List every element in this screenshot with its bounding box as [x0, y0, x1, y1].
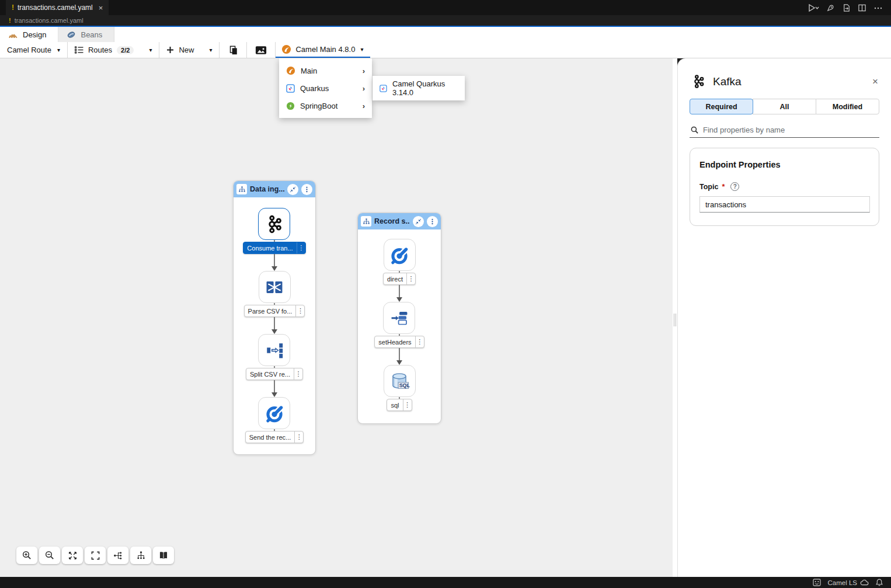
marshal-icon: [264, 277, 284, 297]
runtime-selector-toggle[interactable]: Camel Main 4.8.0 ▾: [276, 42, 370, 58]
breadcrumb[interactable]: ! transactions.camel.yaml: [0, 15, 891, 26]
collapse-group-icon[interactable]: [287, 184, 298, 195]
tab-beans-label: Beans: [81, 30, 102, 39]
node-split[interactable]: [258, 334, 290, 366]
breadcrumb-filename: transactions.camel.yaml: [15, 17, 83, 24]
tab-design[interactable]: Design: [0, 27, 58, 42]
direct-icon: [388, 244, 410, 266]
quarkus-icon: [380, 84, 387, 93]
step-label-direct[interactable]: direct ⋮: [383, 273, 416, 285]
step-kebab-icon[interactable]: ⋮: [295, 305, 304, 316]
layout-vertical-button[interactable]: [130, 547, 151, 564]
split-editor-icon[interactable]: [858, 4, 866, 12]
menu-item-label: Quarkus: [300, 84, 329, 93]
export-image-button[interactable]: [247, 42, 276, 58]
step-kebab-icon[interactable]: ⋮: [294, 368, 302, 380]
topic-label: Topic: [699, 183, 718, 191]
property-search-input[interactable]: [703, 126, 878, 134]
zoom-out-button[interactable]: [39, 547, 60, 564]
fit-to-screen-icon: [68, 551, 77, 560]
new-dropdown-toggle[interactable]: ▾: [201, 42, 220, 58]
node-direct-send[interactable]: [258, 397, 290, 429]
step-label-parse[interactable]: Parse CSV fo... ⋮: [244, 305, 305, 317]
more-actions-icon[interactable]: [873, 4, 883, 12]
new-route-button[interactable]: New: [159, 42, 201, 58]
collapse-group-icon[interactable]: [413, 216, 424, 227]
node-direct[interactable]: [384, 239, 416, 271]
runtime-menu-item-springboot[interactable]: SpringBoot ›: [279, 97, 372, 114]
runtime-menu-item-quarkus[interactable]: Quarkus ›: [279, 79, 372, 97]
flow-canvas[interactable]: Main › Quarkus › SpringBoot › Camel Quar…: [0, 58, 673, 577]
kaoto-toolbar: Camel Route ▾ Routes 2/2 ▾ New ▾ Camel M…: [0, 42, 891, 58]
editor-tab[interactable]: ! transactions.camel.yaml ×: [6, 0, 109, 15]
kafka-icon: [691, 74, 706, 89]
open-source-icon[interactable]: [842, 4, 851, 12]
node-marshal[interactable]: [259, 271, 291, 303]
group-header[interactable]: Record s...: [358, 213, 441, 229]
required-asterisk: *: [722, 183, 725, 191]
chevron-right-icon: ›: [363, 84, 365, 93]
group-header[interactable]: Data ing...: [234, 181, 315, 197]
routes-dropdown-toggle[interactable]: ▾: [141, 42, 159, 58]
chevron-down-icon: ▾: [209, 47, 212, 53]
filter-tab-modified[interactable]: Modified: [816, 99, 879, 114]
feedback-grid-icon[interactable]: [813, 579, 821, 586]
runtime-submenu-item-quarkus-version[interactable]: Camel Quarkus 3.14.0: [373, 78, 465, 98]
catalog-icon: [159, 551, 168, 559]
group-kebab-icon[interactable]: [301, 184, 312, 195]
editor-tab-bar: ! transactions.camel.yaml ×: [0, 0, 891, 15]
split-icon: [264, 340, 284, 360]
step-kebab-icon[interactable]: ⋮: [403, 399, 412, 410]
run-dropdown-icon[interactable]: [808, 4, 819, 12]
close-tab-icon[interactable]: ×: [99, 4, 103, 12]
notifications-bell-icon[interactable]: [876, 579, 883, 586]
layout-horizontal-button[interactable]: [107, 547, 128, 564]
step-label-sql[interactable]: sql ⋮: [387, 399, 412, 411]
export-image-icon: [255, 46, 267, 55]
copy-flows-button[interactable]: [220, 42, 247, 58]
close-panel-icon[interactable]: ×: [872, 76, 878, 86]
route-icon: [236, 184, 247, 194]
step-kebab-icon[interactable]: ⋮: [297, 242, 305, 253]
catalog-button[interactable]: [153, 547, 174, 564]
step-kebab-icon[interactable]: ⋮: [406, 273, 415, 284]
set-headers-icon: [389, 308, 409, 328]
node-set-headers[interactable]: [383, 302, 415, 334]
property-filter-tabs: Required All Modified: [690, 99, 879, 114]
dsl-selector-label: Camel Route: [7, 46, 51, 54]
topic-input[interactable]: [699, 196, 870, 213]
property-search[interactable]: [690, 123, 879, 138]
routes-list-button[interactable]: Routes 2/2: [68, 42, 141, 58]
filter-tab-required[interactable]: Required: [690, 99, 753, 114]
deploy-rocket-icon[interactable]: [826, 4, 835, 12]
camel-ls-status[interactable]: Camel LS: [828, 579, 869, 586]
node-kafka[interactable]: [258, 208, 290, 240]
kafka-icon: [264, 214, 285, 235]
fit-to-screen-button[interactable]: [62, 547, 83, 564]
step-label-consume[interactable]: Consume tran... ⋮: [243, 242, 305, 254]
svg-text:SQL: SQL: [399, 382, 410, 388]
zoom-out-icon: [45, 551, 54, 560]
route-group-data-ingestion[interactable]: Data ing... Consume tran... ⋮: [233, 180, 316, 455]
step-kebab-icon[interactable]: ⋮: [294, 432, 303, 443]
group-title: Data ing...: [250, 185, 284, 193]
group-kebab-icon[interactable]: [427, 216, 438, 227]
tab-beans[interactable]: Beans: [58, 27, 114, 42]
quarkus-icon: [286, 84, 295, 93]
help-icon[interactable]: ?: [730, 182, 739, 191]
step-label-send[interactable]: Send the rec... ⋮: [245, 431, 304, 443]
filter-tab-all[interactable]: All: [753, 99, 816, 114]
fullscreen-icon: [91, 551, 100, 560]
zoom-in-button[interactable]: [16, 547, 37, 564]
step-label-setheaders[interactable]: setHeaders ⋮: [374, 336, 424, 348]
step-label-split[interactable]: Split CSV re... ⋮: [246, 368, 303, 380]
step-kebab-icon[interactable]: ⋮: [415, 336, 424, 347]
chevron-down-icon: ▾: [360, 46, 363, 53]
tab-title: transactions.camel.yaml: [18, 4, 93, 12]
route-group-record-storage[interactable]: Record s... direct ⋮: [357, 213, 441, 424]
dsl-selector-dropdown[interactable]: Camel Route ▾: [0, 42, 68, 58]
fullscreen-button[interactable]: [85, 547, 106, 564]
node-sql[interactable]: SQL: [384, 365, 416, 397]
runtime-menu-item-main[interactable]: Main ›: [279, 62, 372, 79]
panel-resize-handle[interactable]: [673, 58, 677, 577]
